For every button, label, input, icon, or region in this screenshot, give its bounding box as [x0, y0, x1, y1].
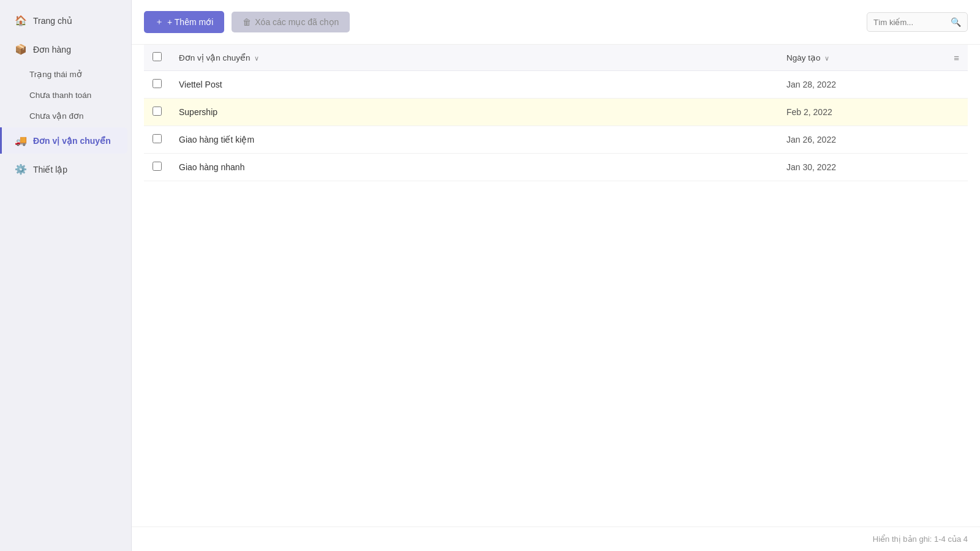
row-date: Jan 28, 2022: [778, 71, 937, 99]
search-input[interactable]: [873, 18, 947, 27]
table-row[interactable]: Giao hàng nhanh Jan 30, 2022: [144, 154, 968, 181]
sidebar-item-trang-thai-mo[interactable]: Trạng thái mở: [0, 64, 131, 84]
row-actions: [937, 154, 968, 181]
row-checkbox[interactable]: [153, 134, 162, 143]
sort-icon: ∨: [824, 54, 829, 62]
table-container: Đơn vị vận chuyển ∨ Ngày tạo ∨ ≡ Viett: [132, 45, 980, 527]
sidebar-item-label: Trang chủ: [33, 16, 72, 26]
add-button[interactable]: ＋ + Thêm mới: [144, 11, 224, 33]
sort-icon: ∨: [254, 54, 259, 62]
row-checkbox[interactable]: [153, 79, 162, 88]
row-checkbox-cell: [144, 154, 170, 181]
header-checkbox-col: [144, 45, 170, 71]
sidebar-item-chua-van-don[interactable]: Chưa vận đơn: [0, 105, 131, 126]
table-footer: Hiển thị bản ghi: 1-4 của 4: [132, 527, 980, 551]
sidebar-item-don-vi-van-chuyen[interactable]: 🚚 Đơn vị vận chuyển: [0, 127, 127, 154]
sidebar: 🏠 Trang chủ 📦 Đơn hàng Trạng thái mở Chư…: [0, 0, 132, 551]
columns-icon[interactable]: ≡: [954, 53, 959, 63]
row-name[interactable]: Supership: [170, 99, 778, 126]
delete-button-label: Xóa các mục đã chọn: [255, 17, 339, 27]
sidebar-sub-label: Chưa thanh toán: [29, 91, 91, 100]
search-icon: 🔍: [951, 17, 961, 27]
row-actions: [937, 71, 968, 99]
toolbar: ＋ + Thêm mới 🗑 Xóa các mục đã chọn 🔍: [132, 0, 980, 45]
row-date: Jan 26, 2022: [778, 126, 937, 154]
settings-icon: ⚙️: [15, 163, 27, 175]
row-date: Feb 2, 2022: [778, 99, 937, 126]
row-actions: [937, 99, 968, 126]
row-name[interactable]: Giao hàng tiết kiệm: [170, 126, 778, 154]
row-name[interactable]: Giao hàng nhanh: [170, 154, 778, 181]
row-checkbox-cell: [144, 99, 170, 126]
column-label: Đơn vị vận chuyển: [179, 53, 251, 62]
row-checkbox[interactable]: [153, 162, 162, 171]
sidebar-item-don-hang[interactable]: 📦 Đơn hàng: [4, 36, 127, 62]
row-checkbox-cell: [144, 126, 170, 154]
sidebar-item-label: Thiết lập: [33, 165, 67, 174]
main-content: ＋ + Thêm mới 🗑 Xóa các mục đã chọn 🔍 Đơn…: [132, 0, 980, 551]
add-icon: ＋: [155, 17, 164, 28]
row-date: Jan 30, 2022: [778, 154, 937, 181]
sidebar-item-chua-thanh-toan[interactable]: Chưa thanh toán: [0, 84, 131, 105]
truck-icon: 🚚: [15, 135, 27, 146]
table-header-row: Đơn vị vận chuyển ∨ Ngày tạo ∨ ≡: [144, 45, 968, 71]
sidebar-sub-label: Trạng thái mở: [29, 70, 82, 79]
header-actions: ≡: [937, 45, 968, 71]
order-icon: 📦: [15, 43, 27, 55]
search-box: 🔍: [867, 12, 968, 32]
sidebar-item-label: Đơn vị vận chuyển: [33, 136, 111, 146]
shipping-units-table: Đơn vị vận chuyển ∨ Ngày tạo ∨ ≡ Viett: [144, 45, 968, 181]
table-row[interactable]: Supership Feb 2, 2022: [144, 99, 968, 126]
sidebar-item-trang-chu[interactable]: 🏠 Trang chủ: [4, 7, 127, 34]
home-icon: 🏠: [15, 15, 27, 26]
sidebar-sub-label: Chưa vận đơn: [29, 111, 84, 121]
column-label: Ngày tạo: [786, 53, 821, 62]
trash-icon: 🗑: [243, 17, 251, 27]
select-all-checkbox[interactable]: [153, 52, 162, 61]
header-ngay-tao[interactable]: Ngày tạo ∨: [778, 45, 937, 71]
row-actions: [937, 126, 968, 154]
pagination-info: Hiển thị bản ghi: 1-4 của 4: [873, 534, 968, 544]
row-checkbox-cell: [144, 71, 170, 99]
row-name[interactable]: Viettel Post: [170, 71, 778, 99]
table-row[interactable]: Giao hàng tiết kiệm Jan 26, 2022: [144, 126, 968, 154]
row-checkbox[interactable]: [153, 107, 162, 116]
add-button-label: + Thêm mới: [167, 17, 213, 27]
header-don-vi-van-chuyen[interactable]: Đơn vị vận chuyển ∨: [170, 45, 778, 71]
delete-button[interactable]: 🗑 Xóa các mục đã chọn: [232, 12, 350, 32]
table-row[interactable]: Viettel Post Jan 28, 2022: [144, 71, 968, 99]
sidebar-item-thiet-lap[interactable]: ⚙️ Thiết lập: [4, 156, 127, 182]
sidebar-item-label: Đơn hàng: [33, 45, 71, 54]
